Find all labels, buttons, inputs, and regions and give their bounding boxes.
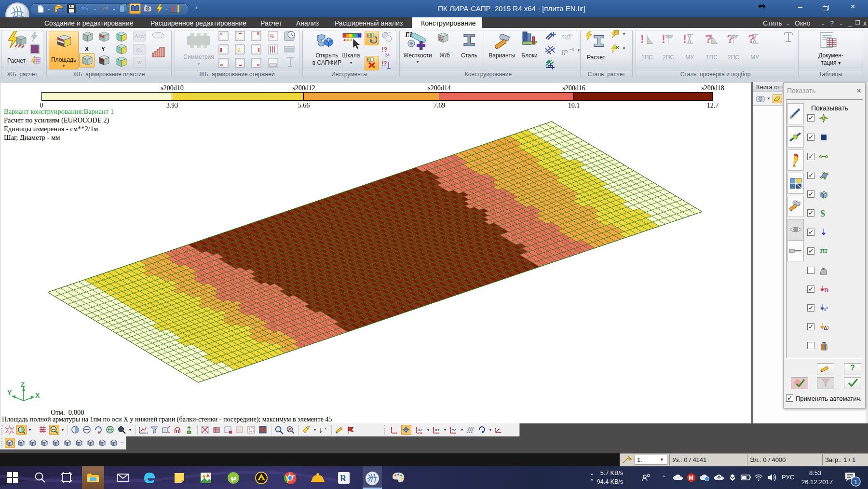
svg-text:ΔX: ΔX — [824, 326, 828, 331]
svg-text:t°: t° — [824, 306, 828, 312]
svg-text:?: ? — [727, 33, 733, 45]
svg-text:L: L — [320, 427, 323, 433]
svg-text:Σ: Σ — [238, 47, 241, 53]
svg-text:?: ? — [705, 33, 712, 45]
svg-text:Y: Y — [7, 389, 12, 396]
svg-text:XZ: XZ — [418, 428, 423, 432]
svg-text:XY: XY — [435, 428, 440, 432]
svg-text:YZ: YZ — [452, 428, 457, 432]
svg-text:%: % — [270, 33, 274, 39]
svg-text:R: R — [340, 474, 347, 483]
svg-text:Z: Z — [21, 382, 25, 388]
svg-text:!: ! — [662, 33, 665, 45]
svg-text:X: X — [35, 392, 40, 399]
svg-text:IP: IP — [561, 49, 568, 56]
svg-text:!?: !? — [381, 60, 387, 67]
svg-text:!: ! — [640, 33, 644, 45]
svg-text:µ: µ — [231, 475, 235, 482]
svg-text:S: S — [820, 209, 825, 218]
svg-text:!: ! — [683, 33, 687, 45]
svg-text:тр: тр — [561, 33, 570, 40]
svg-text:M: M — [689, 475, 693, 481]
svg-text:D: D — [824, 286, 828, 294]
svg-text:24: 24 — [385, 53, 390, 57]
svg-text:!?: !? — [381, 46, 387, 53]
